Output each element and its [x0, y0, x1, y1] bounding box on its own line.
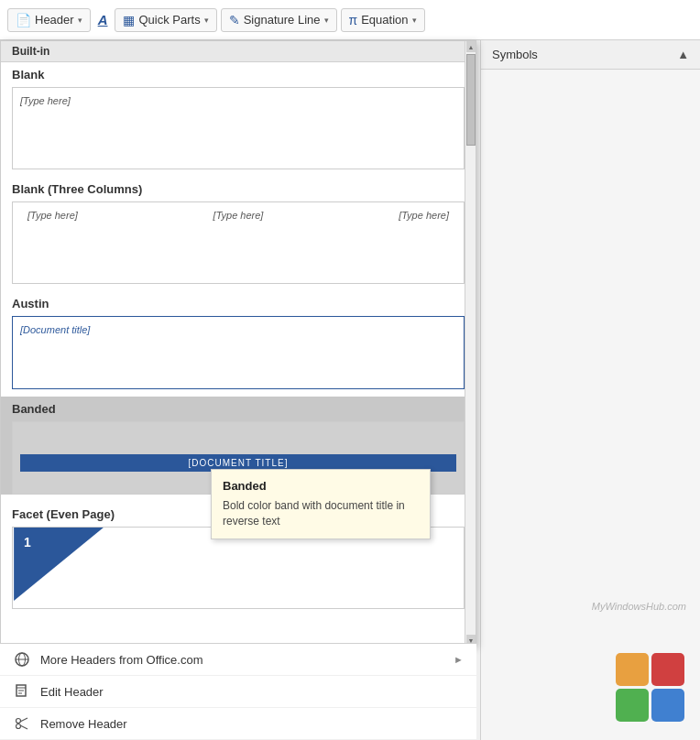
remove-header-item[interactable]: Remove Header	[0, 708, 476, 740]
quick-parts-icon: ▦	[123, 13, 135, 27]
blank-preview[interactable]: [Type here]	[12, 87, 465, 169]
svg-line-10	[20, 718, 27, 722]
toolbar: 📄 Header ▾ A ▦ Quick Parts ▾ ✎ Signature…	[0, 0, 700, 40]
logo-tile-orange	[616, 653, 649, 686]
scroll-up-arrow[interactable]: ▲	[466, 41, 476, 52]
globe-icon	[14, 651, 30, 668]
signature-dropdown-arrow: ▾	[324, 16, 329, 25]
remove-header-icon	[13, 714, 31, 733]
text-icon: A	[98, 12, 108, 27]
quick-parts-dropdown-arrow: ▾	[204, 16, 209, 25]
quick-parts-button[interactable]: ▦ Quick Parts ▾	[115, 8, 216, 32]
text-button[interactable]: A	[94, 8, 112, 31]
austin-preview-text: [Document title]	[20, 324, 90, 335]
blank-label: Blank	[1, 62, 476, 83]
edit-header-label: Edit Header	[40, 685, 104, 699]
equation-button[interactable]: π Equation ▾	[341, 8, 425, 32]
symbols-header: Symbols ▲	[481, 40, 700, 70]
logo-tiles	[616, 653, 691, 722]
svg-line-11	[20, 725, 27, 729]
edit-header-item[interactable]: Edit Header	[0, 676, 476, 708]
more-headers-label: More Headers from Office.com	[40, 653, 202, 667]
symbols-label: Symbols	[492, 48, 538, 61]
header-dropdown-arrow: ▾	[78, 16, 82, 25]
col1-text: [Type here]	[27, 210, 78, 221]
equation-label: Equation	[361, 13, 408, 27]
pencil-icon	[14, 683, 30, 700]
svg-point-8	[16, 719, 21, 724]
scrollbar-track[interactable]: ▲ ▼	[465, 41, 476, 646]
remove-header-label: Remove Header	[40, 717, 127, 731]
menu-bottom-padding	[1, 616, 476, 646]
austin-label: Austin	[1, 291, 476, 312]
logo-tile-red	[651, 653, 684, 686]
tooltip-description: Bold color band with document title in r…	[223, 498, 419, 529]
header-icon: 📄	[16, 13, 31, 27]
blank-preview-text: [Type here]	[20, 95, 71, 106]
signature-line-button[interactable]: ✎ Signature Line ▾	[221, 8, 337, 32]
header-label: Header	[35, 13, 74, 27]
equation-dropdown-arrow: ▾	[412, 16, 417, 25]
banded-label: Banded	[1, 397, 476, 418]
edit-header-icon	[13, 682, 31, 701]
col2-text: [Type here]	[213, 210, 264, 221]
header-button[interactable]: 📄 Header ▾	[7, 8, 91, 32]
three-col-container: [Type here] [Type here] [Type here]	[20, 210, 456, 221]
builtin-section-label: Built-in	[1, 41, 476, 62]
signature-label: Signature Line	[244, 13, 321, 27]
bottom-menu: More Headers from Office.com ► Edit Head…	[0, 643, 476, 740]
tooltip-title: Banded	[223, 479, 419, 493]
blank-three-col-preview[interactable]: [Type here] [Type here] [Type here]	[12, 201, 465, 284]
header-dropdown-menu: Built-in Blank [Type here] Blank (Three …	[0, 40, 476, 647]
equation-icon: π	[349, 13, 358, 27]
watermark: MyWindowsHub.com	[592, 601, 686, 612]
austin-preview[interactable]: [Document title]	[12, 316, 465, 389]
right-panel: Symbols ▲ MyWindowsHub.com	[480, 0, 700, 740]
more-headers-icon	[13, 650, 31, 669]
logo-tile-green	[616, 689, 649, 722]
scroll-thumb[interactable]	[466, 54, 476, 146]
quick-parts-label: Quick Parts	[138, 13, 200, 27]
col3-text: [Type here]	[399, 210, 449, 221]
scissors-icon	[14, 715, 30, 732]
logo-tile-blue	[651, 689, 684, 722]
signature-icon: ✎	[229, 13, 240, 27]
more-headers-item[interactable]: More Headers from Office.com ►	[0, 644, 476, 676]
symbols-collapse-icon[interactable]: ▲	[677, 48, 689, 61]
more-headers-arrow: ►	[454, 654, 464, 665]
menu-scrollable[interactable]: Built-in Blank [Type here] Blank (Three …	[1, 41, 476, 646]
facet-page-number: 1	[24, 535, 31, 550]
svg-point-9	[16, 724, 21, 729]
blank-three-col-label: Blank (Three Columns)	[1, 177, 476, 198]
banded-tooltip: Banded Bold color band with document tit…	[211, 469, 431, 539]
